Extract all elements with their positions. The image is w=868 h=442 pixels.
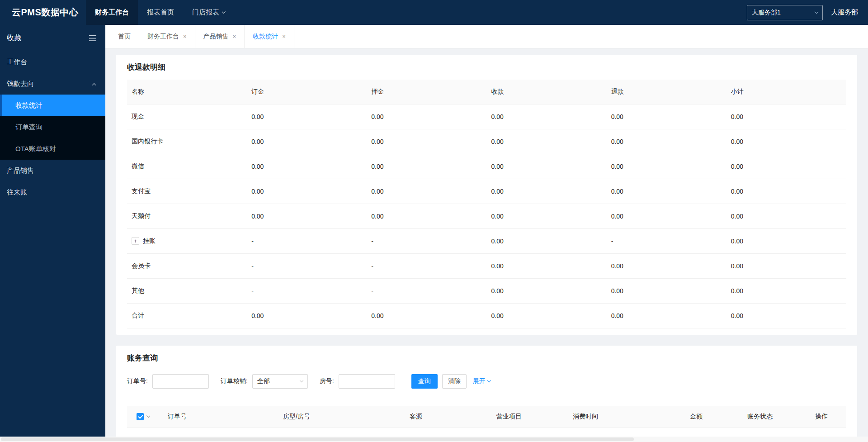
chevron-down-icon xyxy=(222,10,226,13)
payment-method-label: 其他 xyxy=(132,287,144,294)
amount-link[interactable]: 0.00 xyxy=(607,154,726,179)
amount-link[interactable]: 0.00 xyxy=(607,104,726,129)
close-icon[interactable]: × xyxy=(233,33,236,40)
refund-table: 名称订金押金收款退款小计 现金0.000.000.000.000.00国内银行卡… xyxy=(127,80,846,328)
amount-link[interactable]: 0.00 xyxy=(486,104,606,129)
sidebar-submenu: 收款统计 订单查询 OTA账单核对 xyxy=(0,95,105,160)
amount-link[interactable]: 0.00 xyxy=(486,204,606,228)
amount-link[interactable]: 0.00 xyxy=(607,179,726,204)
amount-link[interactable]: 0.00 xyxy=(367,104,486,129)
refund-table-row: 微信0.000.000.000.000.00 xyxy=(127,154,846,179)
sidebar-item-label: 订单查询 xyxy=(15,123,42,131)
expand-link[interactable]: 展开 xyxy=(473,377,491,385)
order-no-input[interactable] xyxy=(152,374,209,389)
sidebar-item-payment-stats[interactable]: 收款统计 xyxy=(0,95,105,116)
chevron-down-icon[interactable] xyxy=(146,413,150,417)
sidebar-item-workbench[interactable]: 工作台 xyxy=(0,51,105,73)
payment-method-label: 国内银行卡 xyxy=(132,138,163,145)
writeoff-select[interactable]: 全部 xyxy=(252,374,308,389)
tab-label: 财务工作台 xyxy=(147,33,179,41)
tab-label: 产品销售 xyxy=(203,33,229,41)
payment-method-label: 挂账 xyxy=(143,237,156,244)
sidebar-item-ota-reconciliation[interactable]: OTA账单核对 xyxy=(0,138,105,160)
amount-link[interactable]: 0.00 xyxy=(607,278,726,303)
scrollbar-thumb[interactable] xyxy=(1,437,634,441)
amount-link[interactable]: 0.00 xyxy=(247,129,367,154)
store-select[interactable]: 大服务部1 xyxy=(747,5,823,20)
amount-value: - xyxy=(247,253,367,278)
expand-row-button[interactable]: + xyxy=(132,237,139,245)
sidebar-group-money-flow[interactable]: 钱款去向 xyxy=(0,73,105,95)
payment-method-cell: 国内银行卡 xyxy=(127,129,247,154)
amount-link[interactable]: 0.00 xyxy=(486,179,606,204)
amount-value: - xyxy=(367,253,486,278)
amount-link[interactable]: 0.00 xyxy=(247,154,367,179)
amount-value: - xyxy=(247,278,367,303)
amount-link[interactable]: 0.00 xyxy=(247,104,367,129)
amount-link[interactable]: 0.00 xyxy=(607,129,726,154)
close-icon[interactable]: × xyxy=(282,33,286,40)
chevron-up-icon xyxy=(92,83,96,87)
clear-button[interactable]: 清除 xyxy=(442,374,467,389)
refund-table-row: 现金0.000.000.000.000.00 xyxy=(127,104,846,129)
amount-link[interactable]: 0.00 xyxy=(486,253,606,278)
topbar-right: 大服务部1 大服务部 xyxy=(747,0,868,25)
payment-method-cell: 微信 xyxy=(127,154,247,179)
refund-table-row: 会员卡--0.000.000.00 xyxy=(127,253,846,278)
amount-link[interactable]: 0.00 xyxy=(367,129,486,154)
tab-product-sales[interactable]: 产品销售 × xyxy=(195,25,245,48)
sidebar-item-order-query[interactable]: 订单查询 xyxy=(0,116,105,138)
tab-home[interactable]: 首页 xyxy=(110,25,139,48)
refund-table-body: 现金0.000.000.000.000.00国内银行卡0.000.000.000… xyxy=(127,104,846,328)
amount-link[interactable]: 0.00 xyxy=(367,179,486,204)
close-icon[interactable]: × xyxy=(183,33,187,40)
menu-fold-icon[interactable] xyxy=(89,35,96,41)
query-column-header: 房型/房号 xyxy=(283,413,410,421)
expand-link-label: 展开 xyxy=(473,377,486,385)
amount-link[interactable]: 0.00 xyxy=(367,303,486,328)
sidebar-item-product-sales[interactable]: 产品销售 xyxy=(0,160,105,181)
amount-link[interactable]: 0.00 xyxy=(607,303,726,328)
sidebar: 收藏 工作台 钱款去向 收款统计 订单查询 OTA账单核对 产品销售 往来账 xyxy=(0,25,105,437)
tabbar: 首页 财务工作台 × 产品销售 × 收款统计 × xyxy=(105,25,868,48)
nav-report-home[interactable]: 报表首页 xyxy=(138,0,183,25)
horizontal-scrollbar[interactable] xyxy=(0,437,868,442)
nav-finance-workbench[interactable]: 财务工作台 xyxy=(86,0,138,25)
amount-value: - xyxy=(607,228,726,253)
payment-method-label: 会员卡 xyxy=(132,262,151,269)
amount-value: - xyxy=(367,278,486,303)
payment-method-cell: 支付宝 xyxy=(127,179,247,204)
amount-link[interactable]: 0.00 xyxy=(247,179,367,204)
select-all-checkbox[interactable] xyxy=(137,413,144,420)
amount-value: 0.00 xyxy=(726,303,846,328)
refund-column-header: 订金 xyxy=(247,80,367,104)
sidebar-item-transactions[interactable]: 往来账 xyxy=(0,181,105,203)
refund-table-row: 其他--0.000.000.00 xyxy=(127,278,846,303)
payment-method-cell: 现金 xyxy=(127,104,247,129)
nav-label: 门店报表 xyxy=(192,8,219,17)
tab-payment-stats[interactable]: 收款统计 × xyxy=(245,25,294,48)
amount-link[interactable]: 0.00 xyxy=(367,154,486,179)
amount-link[interactable]: 0.00 xyxy=(486,129,606,154)
sidebar-item-label: 产品销售 xyxy=(7,166,34,174)
amount-link[interactable]: 0.00 xyxy=(247,204,367,228)
amount-link[interactable]: 0.00 xyxy=(486,303,606,328)
amount-link[interactable]: 0.00 xyxy=(247,303,367,328)
amount-link[interactable]: 0.00 xyxy=(607,204,726,228)
amount-link[interactable]: 0.00 xyxy=(486,154,606,179)
amount-link[interactable]: 0.00 xyxy=(486,228,606,253)
search-button[interactable]: 查询 xyxy=(411,374,438,389)
sidebar-item-label: OTA账单核对 xyxy=(15,145,56,152)
app-logo: 云PMS数据中心 xyxy=(0,0,86,25)
amount-link[interactable]: 0.00 xyxy=(607,253,726,278)
nav-store-reports[interactable]: 门店报表 xyxy=(183,0,234,25)
amount-link[interactable]: 0.00 xyxy=(486,278,606,303)
refund-detail-card: 收退款明细 名称订金押金收款退款小计 现金0.000.000.000.000.0… xyxy=(116,55,857,335)
amount-link[interactable]: 0.00 xyxy=(367,204,486,228)
refund-table-row: 国内银行卡0.000.000.000.000.00 xyxy=(127,129,846,154)
nav-label: 财务工作台 xyxy=(95,8,129,17)
room-no-input[interactable] xyxy=(339,374,395,389)
nav-label: 报表首页 xyxy=(147,8,174,17)
tab-finance-workbench[interactable]: 财务工作台 × xyxy=(139,25,195,48)
user-label: 大服务部 xyxy=(831,8,858,17)
